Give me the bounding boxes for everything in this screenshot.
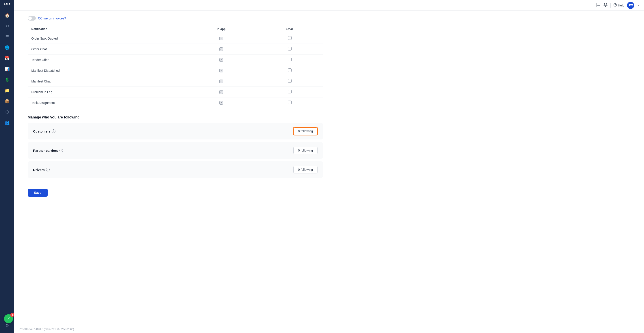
email-checkbox[interactable] — [288, 101, 292, 104]
sidebar-item-users[interactable]: 👥 — [2, 118, 12, 128]
inapp-checkbox-cell — [186, 54, 256, 65]
floating-check-button[interactable]: ✓ 3 — [4, 314, 13, 323]
inapp-checkbox-cell — [186, 76, 256, 87]
inapp-checkbox[interactable] — [219, 79, 223, 83]
help-link[interactable]: Help — [613, 3, 624, 7]
email-checkbox[interactable] — [288, 90, 292, 93]
sidebar-item-inbox[interactable]: ✉ — [2, 21, 12, 31]
svg-point-0 — [614, 3, 617, 6]
notification-label: Manifest Dispatched — [28, 65, 186, 76]
inapp-checkbox[interactable] — [219, 90, 223, 94]
save-button[interactable]: Save — [28, 189, 48, 197]
sidebar-item-globe[interactable]: 🌐 — [2, 43, 12, 52]
email-checkbox-cell — [256, 44, 323, 54]
following-button-customers[interactable]: 0 following — [294, 127, 318, 135]
table-row: Order Chat — [28, 44, 323, 54]
header-icons: Help AW ▼ — [596, 2, 640, 9]
manage-following-title: Manage who you are following — [28, 115, 323, 119]
sidebar-item-report[interactable]: 📁 — [2, 86, 12, 95]
cc-label[interactable]: CC me on invoices? — [38, 16, 66, 20]
email-checkbox-cell — [256, 33, 323, 44]
col-header-email: Email — [256, 25, 323, 33]
following-label-partner_carriers: Partner carriers i — [33, 149, 63, 152]
inapp-checkbox-cell — [186, 97, 256, 108]
app-logo: ANA — [4, 3, 10, 6]
info-icon-partner_carriers[interactable]: i — [60, 149, 63, 152]
table-row: Manifest Chat — [28, 76, 323, 87]
help-label: Help — [618, 3, 624, 7]
avatar[interactable]: AW — [627, 2, 634, 9]
email-checkbox[interactable] — [288, 47, 292, 50]
main-content: CC me on invoices? Notification In-app E… — [14, 0, 644, 333]
table-row: Tender Offer — [28, 54, 323, 65]
sidebar-item-orders[interactable]: ☰ — [2, 32, 12, 42]
messages-icon[interactable] — [596, 2, 600, 8]
inapp-checkbox[interactable] — [219, 37, 223, 40]
notification-label: Tender Offer — [28, 54, 186, 65]
inapp-checkbox[interactable] — [219, 47, 223, 51]
notification-label: Manifest Chat — [28, 76, 186, 87]
inapp-checkbox[interactable] — [219, 101, 223, 105]
notification-label: Task Assignment — [28, 97, 186, 108]
email-checkbox-cell — [256, 97, 323, 108]
inapp-checkbox[interactable] — [219, 69, 223, 72]
version-text: RoseRocket 148.0.6 (main-26150-52ae9206c… — [19, 328, 74, 331]
sidebar: ANA 🏠 ✉ ☰ 🌐 📅 📊 💲 📁 📦 ⬡ 👥 ⚙ — [0, 0, 14, 333]
sidebar-item-home[interactable]: 🏠 — [2, 10, 12, 20]
sidebar-item-box[interactable]: 📦 — [2, 96, 12, 106]
notification-badge-count: 3 — [10, 313, 14, 317]
notification-label: Problem in Leg — [28, 87, 186, 97]
notification-label: Order Spot Quoted — [28, 33, 186, 44]
avatar-chevron-icon[interactable]: ▼ — [637, 4, 640, 7]
col-header-notification: Notification — [28, 25, 186, 33]
sidebar-item-dollar[interactable]: 💲 — [2, 75, 12, 85]
col-header-inapp: In-app — [186, 25, 256, 33]
following-row-customers: Customers i 0 following — [28, 123, 323, 139]
table-row: Task Assignment — [28, 97, 323, 108]
following-button-drivers[interactable]: 0 following — [294, 166, 318, 173]
top-header: Help AW ▼ — [14, 0, 644, 11]
email-checkbox[interactable] — [288, 36, 292, 40]
following-label-customers: Customers i — [33, 129, 56, 133]
email-checkbox-cell — [256, 87, 323, 97]
email-checkbox[interactable] — [288, 79, 292, 83]
check-icon: ✓ — [7, 316, 10, 321]
email-checkbox[interactable] — [288, 68, 292, 72]
cc-toggle[interactable] — [28, 16, 36, 20]
bell-icon[interactable] — [603, 2, 608, 8]
toggle-knob — [28, 16, 32, 20]
avatar-initials: AW — [628, 4, 632, 7]
help-circle-icon — [613, 3, 617, 7]
table-row: Problem in Leg — [28, 87, 323, 97]
inapp-checkbox-cell — [186, 65, 256, 76]
info-icon-drivers[interactable]: i — [46, 168, 50, 171]
following-label-drivers: Drivers i — [33, 168, 50, 172]
table-row: Order Spot Quoted — [28, 33, 323, 44]
cc-toggle-row: CC me on invoices? — [28, 16, 323, 20]
sidebar-item-calendar[interactable]: 📅 — [2, 53, 12, 63]
info-icon-customers[interactable]: i — [52, 129, 56, 133]
following-row-partner_carriers: Partner carriers i 0 following — [28, 142, 323, 159]
email-checkbox[interactable] — [288, 58, 292, 61]
notifications-table: Notification In-app Email Order Spot Quo… — [28, 25, 323, 108]
following-button-partner_carriers[interactable]: 0 following — [294, 147, 318, 154]
inapp-checkbox-cell — [186, 44, 256, 54]
inapp-checkbox-cell — [186, 87, 256, 97]
table-row: Manifest Dispatched — [28, 65, 323, 76]
email-checkbox-cell — [256, 65, 323, 76]
page-content: CC me on invoices? Notification In-app E… — [14, 11, 336, 206]
sidebar-item-cube[interactable]: ⬡ — [2, 107, 12, 117]
manage-following-section: Manage who you are following Customers i… — [28, 115, 323, 178]
sidebar-item-chart[interactable]: 📊 — [2, 64, 12, 74]
notification-label: Order Chat — [28, 44, 186, 54]
following-row-drivers: Drivers i 0 following — [28, 161, 323, 178]
inapp-checkbox[interactable] — [219, 58, 223, 62]
email-checkbox-cell — [256, 54, 323, 65]
version-footer: RoseRocket 148.0.6 (main-26150-52ae9206c… — [14, 325, 644, 333]
email-checkbox-cell — [256, 76, 323, 87]
inapp-checkbox-cell — [186, 33, 256, 44]
header-divider — [610, 3, 611, 7]
